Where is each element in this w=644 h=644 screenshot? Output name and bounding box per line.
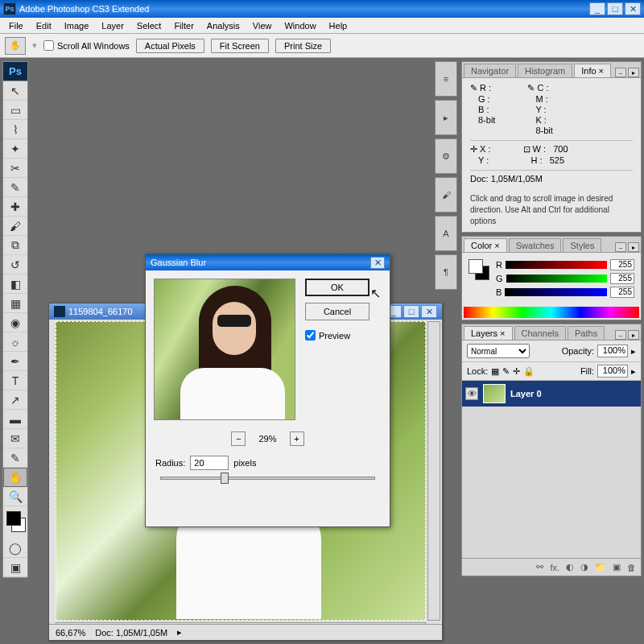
dialog-close-button[interactable]: ✕: [370, 257, 385, 269]
zoom-tool[interactable]: 🔍: [3, 487, 27, 506]
actual-pixels-button[interactable]: Actual Pixels: [136, 39, 204, 53]
heal-tool[interactable]: ✚: [3, 197, 27, 217]
crop-tool[interactable]: ✂: [3, 159, 27, 178]
lock-move-icon[interactable]: ✛: [513, 366, 520, 377]
eyedropper2-tool[interactable]: ✎: [3, 448, 27, 468]
b-slider[interactable]: [505, 288, 607, 296]
dock-para-icon[interactable]: ¶: [435, 254, 457, 290]
color-swatch[interactable]: [469, 259, 491, 282]
stamp-tool[interactable]: ⧉: [3, 236, 27, 255]
menu-select[interactable]: Select: [131, 19, 167, 32]
tab-layers[interactable]: Layers ×: [464, 326, 513, 340]
layer-name[interactable]: Layer 0: [510, 389, 542, 398]
shape-tool[interactable]: ▬: [3, 410, 27, 429]
dock-char-icon[interactable]: A: [435, 216, 457, 251]
tab-info[interactable]: Info ×: [574, 64, 611, 77]
quickmask-tool[interactable]: ◯: [3, 539, 27, 558]
doc-maximize[interactable]: □: [403, 305, 419, 318]
tab-histogram[interactable]: Histogram: [518, 64, 572, 77]
gradient-tool[interactable]: ▦: [3, 294, 27, 313]
panel-menu-icon[interactable]: ▸: [628, 68, 639, 77]
dodge-tool[interactable]: ☼: [3, 332, 27, 352]
cancel-button[interactable]: Cancel: [305, 303, 369, 320]
tab-channels[interactable]: Channels: [514, 326, 566, 340]
preview-thumbnail[interactable]: [154, 279, 295, 420]
type-tool[interactable]: T: [3, 371, 27, 390]
fx-icon[interactable]: fx.: [550, 563, 559, 572]
panel-min-icon[interactable]: –: [615, 330, 626, 340]
dock-history-icon[interactable]: ≡: [435, 61, 457, 97]
panel-min-icon[interactable]: –: [615, 242, 626, 252]
layer-thumbnail[interactable]: [483, 384, 506, 403]
zoom-level[interactable]: 66,67%: [56, 628, 85, 638]
scrollbar-vertical[interactable]: [427, 321, 440, 621]
wand-tool[interactable]: ✦: [3, 139, 27, 159]
g-value[interactable]: 255: [610, 273, 634, 284]
maximize-button[interactable]: □: [607, 2, 623, 15]
menu-view[interactable]: View: [247, 19, 278, 32]
layer-row[interactable]: 👁 Layer 0: [462, 381, 641, 407]
doc-close[interactable]: ✕: [421, 305, 437, 318]
eyedropper-tool[interactable]: ✎: [3, 178, 27, 197]
lock-brush-icon[interactable]: ✎: [502, 366, 510, 377]
dock-actions-icon[interactable]: ▸: [435, 100, 457, 135]
hand-tool[interactable]: ✋: [3, 468, 27, 487]
trash-icon[interactable]: 🗑: [627, 563, 636, 572]
menu-edit[interactable]: Edit: [31, 19, 57, 32]
panel-menu-icon[interactable]: ▸: [628, 330, 639, 340]
lock-pixels-icon[interactable]: ▦: [491, 366, 499, 377]
panel-min-icon[interactable]: –: [615, 68, 626, 77]
visibility-icon[interactable]: 👁: [465, 387, 478, 400]
move-tool[interactable]: ↖: [3, 81, 27, 101]
notes-tool[interactable]: ✉: [3, 429, 27, 448]
close-button[interactable]: ✕: [625, 2, 641, 15]
radius-slider[interactable]: [160, 477, 375, 480]
tab-navigator[interactable]: Navigator: [464, 64, 516, 77]
dock-tool-icon[interactable]: ⚙: [435, 138, 457, 174]
history-brush-tool[interactable]: ↺: [3, 255, 27, 275]
preview-checkbox[interactable]: Preview: [305, 330, 373, 341]
lasso-tool[interactable]: ⌇: [3, 120, 27, 139]
hand-tool-icon[interactable]: ✋: [5, 37, 26, 55]
pen-tool[interactable]: ✒: [3, 352, 27, 371]
tab-paths[interactable]: Paths: [568, 326, 605, 340]
menu-file[interactable]: File: [3, 19, 29, 32]
marquee-tool[interactable]: ▭: [3, 101, 27, 120]
print-size-button[interactable]: Print Size: [275, 39, 331, 53]
ok-button[interactable]: OK: [305, 279, 369, 296]
path-tool[interactable]: ↗: [3, 390, 27, 410]
tab-swatches[interactable]: Swatches: [509, 238, 562, 252]
dialog-titlebar[interactable]: Gaussian Blur ✕: [146, 254, 390, 270]
status-arrow-icon[interactable]: ▸: [177, 627, 182, 638]
minimize-button[interactable]: _: [589, 2, 605, 15]
opacity-value[interactable]: 100%: [597, 345, 628, 357]
fill-value[interactable]: 100%: [597, 365, 628, 378]
lock-all-icon[interactable]: 🔒: [523, 366, 535, 377]
menu-filter[interactable]: Filter: [168, 19, 199, 32]
b-value[interactable]: 255: [610, 287, 634, 298]
zoom-out-button[interactable]: −: [231, 431, 246, 446]
panel-menu-icon[interactable]: ▸: [628, 242, 639, 252]
screenmode-tool[interactable]: ▣: [3, 558, 27, 577]
dock-brush-icon[interactable]: 🖌: [435, 177, 457, 213]
zoom-in-button[interactable]: +: [290, 431, 304, 446]
brush-tool[interactable]: 🖌: [3, 217, 27, 236]
menu-layer[interactable]: Layer: [96, 19, 130, 32]
scroll-all-checkbox[interactable]: Scroll All Windows: [43, 40, 130, 51]
slider-thumb[interactable]: [221, 473, 229, 484]
new-layer-icon[interactable]: ▣: [613, 562, 621, 572]
eraser-tool[interactable]: ◧: [3, 275, 27, 294]
color-swatch[interactable]: [3, 506, 27, 539]
menu-image[interactable]: Image: [59, 19, 95, 32]
menu-help[interactable]: Help: [324, 19, 353, 32]
tab-styles[interactable]: Styles: [563, 238, 601, 252]
adjustment-icon[interactable]: ◑: [580, 562, 588, 572]
r-value[interactable]: 255: [610, 259, 634, 270]
blend-mode-select[interactable]: Normal: [467, 344, 530, 358]
menu-analysis[interactable]: Analysis: [201, 19, 246, 32]
mask-icon[interactable]: ◐: [566, 562, 574, 572]
link-icon[interactable]: ⚯: [536, 562, 543, 572]
blur-tool[interactable]: ◉: [3, 313, 27, 332]
folder-icon[interactable]: 📁: [595, 562, 606, 572]
g-slider[interactable]: [506, 275, 607, 283]
